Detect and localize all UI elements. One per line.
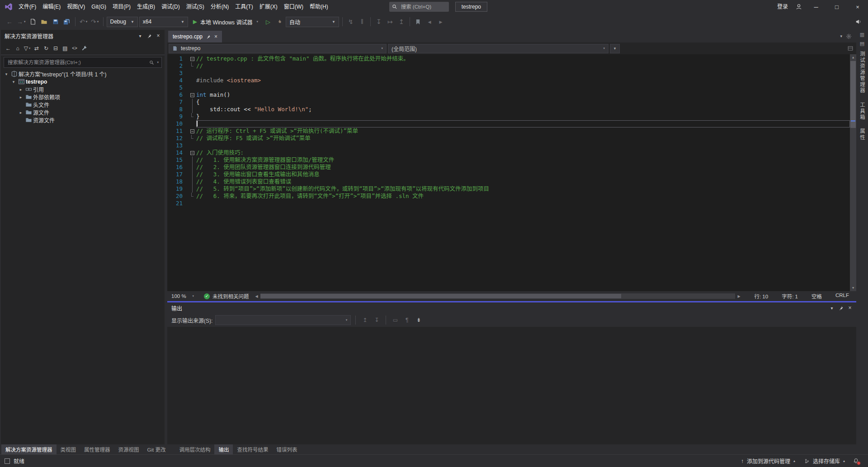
code-line-7[interactable]: 7{ (167, 99, 850, 106)
scrollbar-thumb[interactable] (850, 61, 856, 128)
code-line-text[interactable]: // 3. 使用输出窗口查看生成输出和其他消息 (196, 171, 850, 178)
expander-icon[interactable]: ▾ (3, 72, 10, 76)
code-line-text[interactable]: // 入门使用技巧: (196, 149, 850, 156)
menu-git[interactable]: Git(G) (88, 0, 109, 14)
rail-tab-toolbox[interactable]: 工具箱 (859, 101, 866, 122)
close-icon[interactable]: × (845, 303, 854, 312)
word-wrap-icon[interactable]: ¶ (402, 316, 411, 325)
previous-bookmark-icon[interactable]: ◂ (425, 16, 434, 27)
expander-icon[interactable]: ▾ (10, 80, 17, 84)
search-input[interactable] (400, 4, 446, 10)
panel-tab-output[interactable]: 输出 (214, 444, 233, 454)
view-code-icon[interactable]: <> (70, 43, 79, 53)
line-number[interactable]: 7 (167, 99, 188, 106)
code-editor[interactable]: 1// testrepo.cpp : 此文件包含 "main" 函数。程序执行将… (167, 54, 856, 291)
refresh-icon[interactable]: ↻ (42, 43, 51, 53)
hot-reload-icon[interactable] (274, 16, 284, 27)
code-line-17[interactable]: 17// 3. 使用输出窗口查看生成输出和其他消息 (167, 171, 850, 178)
line-number[interactable]: 1 (167, 55, 188, 62)
tree-item-references[interactable]: ▸引用 (1, 85, 165, 93)
close-tab-icon[interactable]: × (214, 34, 217, 39)
zoom-combo[interactable]: 100 % ▾ (167, 291, 200, 301)
code-line-3[interactable]: 3 (167, 70, 850, 77)
output-source-combo[interactable]: ▾ (215, 315, 351, 325)
menu-view[interactable]: 视图(V) (64, 0, 88, 14)
tool-tab-git-changes[interactable]: Git 更改 (143, 444, 170, 454)
code-line-6[interactable]: 6int main() (167, 91, 850, 99)
menu-build[interactable]: 生成(B) (134, 0, 158, 14)
background-tasks-icon[interactable] (5, 458, 10, 464)
menu-debug[interactable]: 调试(D) (158, 0, 183, 14)
configuration-combo[interactable]: Debug▼ (107, 17, 138, 27)
line-number[interactable]: 17 (167, 171, 188, 178)
document-tab[interactable]: testrepo.cpp × (168, 31, 222, 42)
symbol-scope-combo[interactable]: (全局范围) ▾ (388, 44, 609, 53)
fold-collapse-icon[interactable] (188, 55, 196, 62)
code-line-9[interactable]: 9} (167, 113, 850, 120)
line-indicator[interactable]: 行: 10 (754, 292, 768, 300)
solution-search-box[interactable]: ▾ (4, 57, 162, 68)
panel-tab-call-hierarchy[interactable]: 调用层次结构 (175, 444, 214, 454)
vertical-scrollbar[interactable]: ▲ ▼ (850, 54, 856, 291)
menu-project[interactable]: 项目(P) (109, 0, 134, 14)
pin-icon[interactable] (836, 303, 845, 312)
split-editor-icon[interactable] (848, 46, 855, 51)
account-avatar-icon[interactable] (792, 0, 806, 14)
minimize-button[interactable]: ─ (806, 0, 826, 14)
panel-tab-find-symbol-results[interactable]: 查找符号结果 (233, 444, 272, 454)
member-dropdown-button[interactable]: ▾ (610, 44, 620, 53)
code-line-20[interactable]: 20// 6. 将来，若要再次打开此项目，请转到“文件”>“打开”>“项目”并选… (167, 193, 850, 200)
eol-indicator[interactable]: CRLF (835, 292, 849, 300)
undo-icon[interactable]: ↶▾ (79, 16, 89, 27)
menu-extensions[interactable]: 扩展(X) (256, 0, 281, 14)
break-all-icon[interactable]: ‖ (357, 16, 367, 27)
line-number[interactable]: 16 (167, 164, 188, 171)
pin-icon[interactable] (206, 34, 211, 39)
code-line-5[interactable]: 5 (167, 84, 850, 91)
scroll-right-icon[interactable]: ▶ (735, 294, 742, 298)
line-number[interactable]: 11 (167, 127, 188, 135)
code-line-11[interactable]: 11// 运行程序: Ctrl + F5 或调试 >“开始执行(不调试)”菜单 (167, 127, 850, 135)
line-number[interactable]: 15 (167, 156, 188, 164)
line-number[interactable]: 10 (167, 120, 188, 127)
code-line-text[interactable] (196, 84, 850, 91)
code-line-text[interactable]: // 调试程序: F5 或调试 >“开始调试”菜单 (196, 135, 850, 142)
line-number[interactable]: 20 (167, 193, 188, 200)
project-scope-combo[interactable]: + testrepo ▾ (169, 44, 387, 53)
tool-tab-class-view[interactable]: 类视图 (57, 444, 80, 454)
tree-item-header-files[interactable]: 头文件 (1, 101, 165, 108)
quick-search-box[interactable] (389, 2, 449, 12)
close-button[interactable]: × (847, 0, 868, 14)
menu-help[interactable]: 帮助(H) (307, 0, 331, 14)
expander-icon[interactable]: ▸ (17, 110, 24, 115)
code-line-10[interactable]: 10 (167, 120, 850, 127)
code-line-12[interactable]: 12// 调试程序: F5 或调试 >“开始调试”菜单 (167, 135, 850, 142)
menu-window[interactable]: 窗口(W) (281, 0, 307, 14)
window-menu-chevron-icon[interactable]: ▾ (136, 31, 145, 40)
goto-previous-message-icon[interactable]: ↥ (360, 316, 369, 325)
solution-search-input[interactable] (7, 59, 147, 66)
rail-tab-test-explorer[interactable]: 测试资源管理器 (859, 50, 866, 95)
code-line-text[interactable] (196, 120, 850, 127)
line-number[interactable]: 19 (167, 185, 188, 193)
code-line-text[interactable]: } (196, 113, 850, 120)
home-icon[interactable]: ⌂ (13, 43, 22, 53)
line-number[interactable]: 6 (167, 91, 188, 99)
line-number[interactable]: 18 (167, 178, 188, 185)
code-line-text[interactable]: int main() (196, 91, 850, 99)
bookmark-icon[interactable] (413, 16, 423, 27)
code-line-text[interactable] (196, 200, 850, 207)
chevron-down-icon[interactable]: ▾ (157, 61, 159, 64)
code-line-text[interactable]: { (196, 99, 850, 106)
code-line-1[interactable]: 1// testrepo.cpp : 此文件包含 "main" 函数。程序执行将… (167, 55, 850, 62)
indent-mode-indicator[interactable]: 空格 (811, 292, 822, 300)
step-into-icon[interactable]: ↧ (374, 16, 384, 27)
code-line-8[interactable]: 8 std::cout << "Hello World!\n"; (167, 106, 850, 113)
show-all-files-icon[interactable]: ▤ (61, 43, 70, 53)
fold-collapse-icon[interactable] (188, 149, 196, 156)
tree-item-external-dependencies[interactable]: ▸外部依赖项 (1, 93, 165, 101)
attach-mode-combo[interactable]: 自动▼ (286, 17, 339, 27)
autoscroll-icon[interactable]: ⇟ (414, 316, 423, 325)
code-line-text[interactable] (196, 70, 850, 77)
document-health-indicator[interactable]: ✓ 未找到相关问题 (200, 292, 253, 300)
